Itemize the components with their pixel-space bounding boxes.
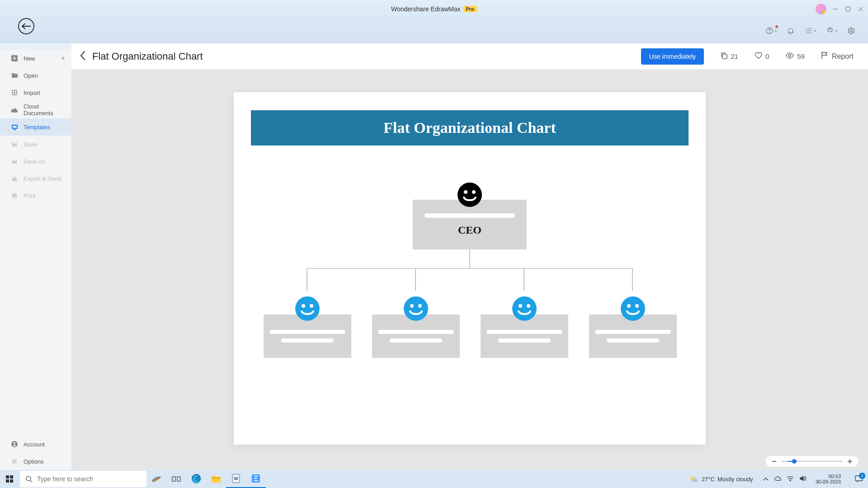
sidebar-item-export[interactable]: Export & Send [0, 170, 71, 187]
sidebar-item-print[interactable]: Print [0, 187, 71, 204]
svg-point-30 [14, 442, 15, 444]
svg-rect-62 [172, 477, 175, 481]
placeholder-bar [607, 338, 659, 343]
sidebar-item-account[interactable]: Account [0, 436, 71, 453]
org-node-child[interactable] [589, 314, 677, 358]
tray-chevron-icon[interactable] [763, 476, 769, 483]
org-node-child[interactable] [481, 314, 568, 358]
ceo-label: CEO [458, 224, 481, 236]
cart-icon[interactable]: ▾ [826, 27, 837, 35]
org-node-child[interactable] [264, 314, 351, 358]
sidebar-item-templates[interactable]: Templates [0, 118, 71, 136]
zoom-slider[interactable] [781, 461, 843, 462]
zoom-out-button[interactable]: − [772, 457, 777, 465]
sidebar-item-save[interactable]: Save [0, 136, 71, 153]
report-label: Report [832, 52, 854, 61]
save-icon [11, 141, 18, 148]
canvas[interactable]: Flat Organizational Chart CEO [234, 92, 706, 445]
weather-icon [689, 475, 699, 483]
smiley-icon [458, 183, 482, 207]
svg-point-11 [810, 30, 811, 31]
svg-rect-23 [13, 142, 16, 144]
svg-point-42 [464, 190, 467, 194]
plus-square-icon [11, 55, 18, 62]
svg-rect-22 [14, 129, 16, 130]
minimize-button[interactable] [832, 5, 839, 13]
sidebar-label: Templates [24, 124, 62, 131]
svg-point-55 [635, 304, 639, 308]
svg-rect-63 [177, 477, 180, 481]
svg-rect-58 [6, 479, 9, 483]
start-button[interactable] [0, 470, 19, 488]
svg-rect-57 [10, 475, 13, 479]
svg-point-70 [790, 480, 791, 481]
placeholder-bar [281, 338, 334, 343]
maximize-button[interactable] [844, 5, 852, 13]
svg-point-7 [808, 28, 809, 29]
taskbar-edraw-icon[interactable] [246, 470, 266, 488]
tray-wifi-icon[interactable] [787, 476, 794, 483]
taskbar-edge-icon[interactable] [186, 470, 206, 488]
flag-icon [821, 52, 828, 61]
taskbar-taskview-icon[interactable] [166, 470, 186, 488]
smiley-icon [621, 296, 645, 321]
tray-onedrive-icon[interactable] [774, 476, 781, 483]
smiley-icon [404, 296, 428, 321]
search-input[interactable] [37, 475, 141, 483]
weather-widget[interactable]: 27°C Mostly cloudy [689, 475, 753, 483]
back-chevron[interactable] [80, 51, 86, 62]
copies-stat[interactable]: 21 [720, 52, 738, 61]
avatar[interactable] [816, 4, 826, 14]
zoom-control[interactable]: − + [765, 455, 859, 467]
report-button[interactable]: Report [821, 52, 854, 61]
placeholder-bar [486, 330, 562, 334]
taskbar-word-icon[interactable]: W [226, 470, 246, 488]
sidebar-label: New [24, 55, 62, 62]
org-node-ceo[interactable]: CEO [413, 200, 527, 249]
zoom-in-button[interactable]: + [847, 457, 852, 465]
placeholder-bar [390, 338, 442, 343]
svg-point-6 [806, 28, 807, 29]
templates-icon [11, 123, 18, 131]
sidebar-item-cloud[interactable]: Cloud Documents [0, 101, 71, 118]
notifications-button[interactable]: 2 [850, 470, 868, 488]
settings-icon[interactable] [847, 27, 855, 35]
bell-icon[interactable] [787, 27, 795, 35]
import-icon [11, 89, 18, 96]
svg-rect-25 [12, 178, 17, 181]
clock-time: 00:53 [828, 474, 841, 479]
sidebar-item-save-as[interactable]: Save As [0, 153, 71, 170]
svg-point-46 [310, 304, 313, 308]
svg-rect-65 [212, 478, 221, 479]
zoom-knob[interactable] [792, 459, 797, 464]
sidebar-item-options[interactable]: Options [0, 453, 71, 470]
sidebar-item-new[interactable]: New + [0, 50, 71, 67]
placeholder-bar [425, 213, 515, 218]
back-button[interactable] [18, 18, 34, 34]
copy-icon [720, 52, 728, 61]
use-immediately-button[interactable]: Use immediately [641, 48, 704, 65]
sidebar-item-import[interactable]: Import [0, 84, 71, 101]
tray-volume-icon[interactable] [799, 475, 807, 483]
views-stat[interactable]: 59 [785, 52, 805, 60]
svg-rect-24 [13, 159, 16, 161]
chart-banner-title: Flat Organizational Chart [251, 110, 689, 145]
svg-point-41 [458, 183, 482, 207]
taskbar-feather-icon[interactable] [146, 470, 166, 488]
org-node-child[interactable] [372, 314, 460, 358]
plus-icon[interactable]: + [61, 54, 65, 62]
svg-rect-1 [846, 7, 850, 11]
help-icon[interactable]: ▾ [765, 27, 777, 35]
taskbar-search[interactable] [20, 471, 146, 487]
apps-icon[interactable]: ▾ [805, 27, 816, 35]
sidebar-item-open[interactable]: Open [0, 67, 71, 84]
likes-stat[interactable]: 0 [755, 52, 769, 61]
taskbar-clock[interactable]: 00:53 30-09-2023 [816, 474, 841, 484]
svg-point-31 [14, 460, 15, 462]
svg-point-45 [302, 304, 305, 308]
taskbar-explorer-icon[interactable] [206, 470, 226, 488]
folder-icon [11, 72, 18, 79]
close-button[interactable] [857, 5, 864, 13]
svg-point-12 [806, 32, 807, 33]
notif-badge: 2 [859, 473, 865, 479]
